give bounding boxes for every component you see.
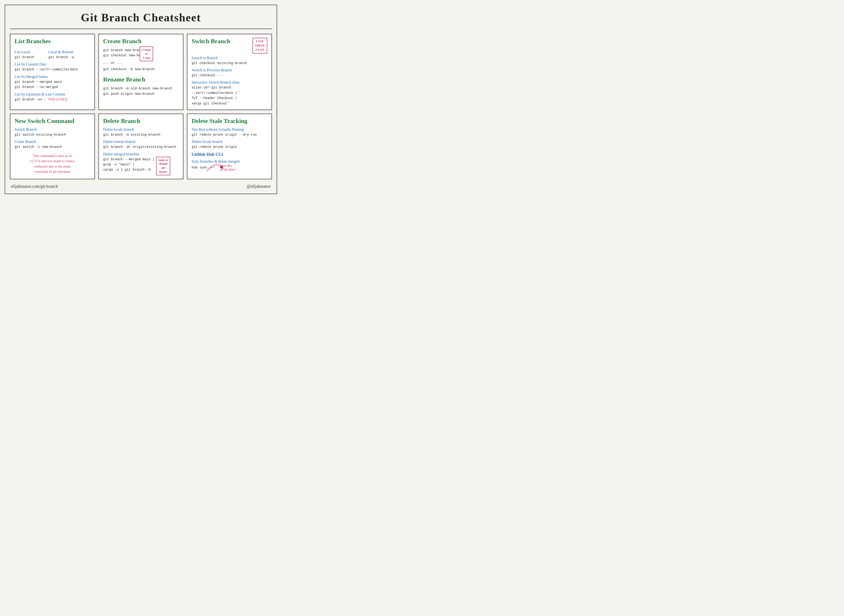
- list-upstream-code: git branch -vv: [15, 97, 42, 102]
- delete-locale-code: git remote prune origin: [192, 144, 267, 150]
- alias-arrow-icon: ←: [238, 89, 240, 94]
- list-remote-code: git branch -a: [49, 55, 74, 60]
- list-remote-label: Local & Remote: [49, 50, 74, 54]
- create-branch-sub-code: git switch -c new-branch: [15, 144, 90, 150]
- test-run-label: Test Run without Actually Pruning: [192, 128, 267, 132]
- list-by-date-code: git branch --sort=-committerdate: [15, 67, 90, 72]
- interactive-alias-label: Interactive Switch Branch Alias: [192, 80, 267, 85]
- rename-code1: git branch -m old-branch new-branch: [103, 86, 179, 91]
- alias-code3: fzf --header Checkout |: [192, 95, 237, 101]
- switch-prev-label: Switch to Previous Branch: [192, 68, 267, 72]
- steps-annotation: 2 steps or 1 step: [140, 47, 153, 61]
- rename-code2: git push origin new-branch: [103, 91, 179, 97]
- create-code3: git checkout -b new-branch: [103, 67, 179, 72]
- list-by-date-label: List by Commit Date: [15, 62, 90, 66]
- list-local-code: git branch: [15, 55, 34, 60]
- hub-sync-curved-arrow: [204, 163, 223, 172]
- create-branch-sub-label: Create Branch: [15, 139, 90, 144]
- delete-merged-code2: grep -v "main" |: [103, 162, 154, 167]
- switch-to-branch-code: git checkout existing-branch: [192, 60, 267, 66]
- footer: elijahmanor.com/git-branch @elijahmanor: [10, 184, 272, 189]
- delete-local-label: Delete locale branch: [103, 128, 179, 132]
- or-text: ... or ...: [103, 61, 179, 65]
- list-local-label: List Local: [15, 50, 34, 54]
- alias-code4: xargs git checkout': [192, 101, 237, 106]
- delete-remote-code: git branch -dr origin/existing-branch: [103, 144, 179, 150]
- github-cli-label: GitHub Hub CLI: [192, 152, 267, 157]
- alias-code1: alias cb='git branch: [192, 85, 237, 90]
- list-upstream-label: List by Upstream & Last Commit: [15, 92, 90, 97]
- page-title: Git Branch Cheatsheet: [10, 7, 272, 29]
- create-branch-title: Create Branch: [103, 38, 179, 45]
- delete-locale-label: Delete locale branch: [192, 139, 267, 144]
- main-default-annotation: main as default not master: [156, 157, 170, 175]
- switch-prev-code: git checkout -: [192, 73, 219, 78]
- list-branches-title: List Branches: [15, 38, 90, 45]
- delete-branch-title: Delete Branch: [103, 117, 179, 125]
- delete-remote-label: Delete remote branch: [103, 139, 179, 144]
- page: Git Branch Cheatsheet List Branches List…: [5, 5, 277, 194]
- delete-merged-label: Delete merged branches: [103, 152, 179, 156]
- new-switch-title: New Switch Command: [15, 117, 90, 125]
- nice-annotation: THIS IS NICE: [48, 98, 68, 101]
- card-delete-branch: Delete Branch Delete locale branch git b…: [99, 114, 184, 179]
- card-create-branch: Create Branch git branch new-branch git …: [99, 34, 184, 110]
- delete-merged-code3: xargs -n 1 git branch -d: [103, 167, 154, 172]
- alias-code2: --sort=-committerdate |: [192, 90, 237, 95]
- switch-branch-sub-label: Switch Branch: [15, 128, 90, 132]
- card-new-switch: New Switch Command Switch Branch git swi…: [10, 114, 95, 179]
- list-merged-label: List by Merged Status: [15, 75, 90, 79]
- card-switch-branch: Switch Branch I USE THESE A LOT Switch t…: [187, 34, 272, 110]
- delete-merged-code1: git branch --merged main |: [103, 157, 154, 162]
- new-switch-note: This command is new as of v2.27.0 and wa…: [15, 153, 90, 175]
- arrow-left-icon: ←: [44, 97, 46, 101]
- footer-right: @elijahmanor: [247, 184, 271, 189]
- i-use-these-badge: I USE THESE A LOT: [253, 38, 267, 53]
- delete-local-code: git branch -d existing-branch: [103, 132, 179, 137]
- footer-left: elijahmanor.com/git-branch: [11, 184, 58, 189]
- switch-branch-sub-code: git switch existing-branch: [15, 132, 90, 137]
- switch-branch-title: Switch Branch: [192, 38, 230, 45]
- delete-stale-title: Delete Stale Tracking: [192, 117, 267, 125]
- switch-to-branch-label: Switch to Branch: [192, 56, 267, 60]
- sync-branches-label: Sync branches & delete merged: [192, 159, 267, 164]
- list-merged-code1: git branch --merged main: [15, 79, 90, 85]
- main-grid: List Branches List Local git branch Loca…: [10, 34, 272, 179]
- rename-branch-title: Rename Branch: [103, 76, 179, 83]
- card-list-branches: List Branches List Local git branch Loca…: [10, 34, 95, 110]
- list-merged-code2: git branch --no-merged: [15, 85, 90, 89]
- test-run-code: git remote prune origin --dry-run: [192, 132, 267, 137]
- prev-branch-arrow-icon: ←: [221, 73, 223, 78]
- card-delete-stale: Delete Stale Tracking Test Run without A…: [187, 114, 272, 179]
